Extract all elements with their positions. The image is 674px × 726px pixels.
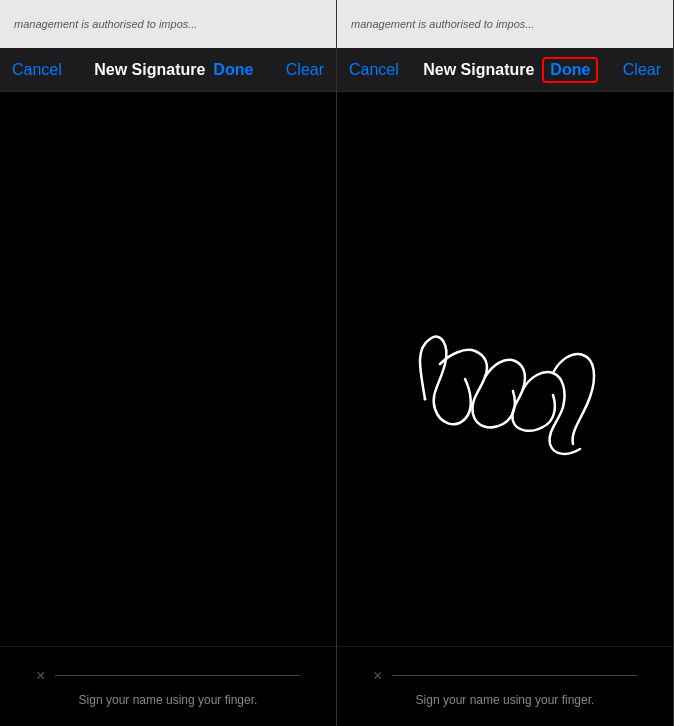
signature-guideline-left (55, 675, 300, 676)
top-peek-left: management is authorised to impos... (0, 0, 336, 48)
cancel-button-right[interactable]: Cancel (349, 61, 399, 79)
clear-button-right[interactable]: Clear (623, 61, 661, 79)
signature-line-row-left: × (20, 667, 316, 685)
top-peek-text-left: management is authorised to impos... (14, 18, 197, 30)
toolbar-title-right: New Signature Done (423, 57, 598, 83)
bottom-area-left: × Sign your name using your finger. (0, 646, 336, 726)
signature-drawing (385, 269, 625, 469)
bottom-hint-left: Sign your name using your finger. (79, 693, 258, 707)
x-mark-right: × (373, 667, 382, 685)
top-peek-right: management is authorised to impos... (337, 0, 673, 48)
top-peek-text-right: management is authorised to impos... (351, 18, 534, 30)
svg-point-0 (424, 398, 427, 401)
done-button-right[interactable]: Done (542, 57, 598, 83)
x-mark-left: × (36, 667, 45, 685)
signature-line-row-right: × (357, 667, 653, 685)
signature-canvas-left[interactable] (0, 92, 336, 646)
right-panel: management is authorised to impos... Can… (337, 0, 674, 726)
signature-guideline-right (392, 675, 637, 676)
left-panel: management is authorised to impos... Can… (0, 0, 337, 726)
done-button-left[interactable]: Done (213, 61, 253, 79)
toolbar-right: Cancel New Signature Done Clear (337, 48, 673, 92)
signature-canvas-right[interactable] (337, 92, 673, 646)
clear-button-left[interactable]: Clear (286, 61, 324, 79)
bottom-hint-right: Sign your name using your finger. (416, 693, 595, 707)
toolbar-left: Cancel New Signature Done Clear (0, 48, 336, 92)
toolbar-title-left: New Signature Done (94, 61, 253, 79)
bottom-area-right: × Sign your name using your finger. (337, 646, 673, 726)
cancel-button-left[interactable]: Cancel (12, 61, 62, 79)
